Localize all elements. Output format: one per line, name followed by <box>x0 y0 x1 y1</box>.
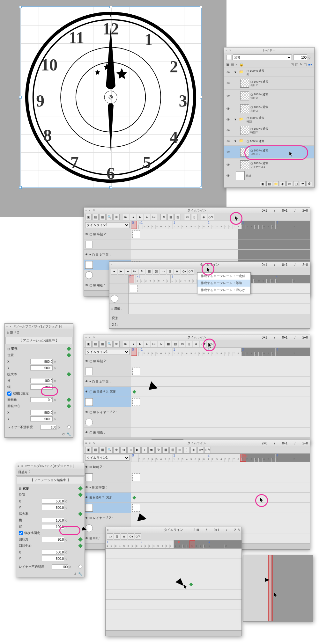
loop-icon[interactable]: ↻ <box>158 341 164 347</box>
prev-icon[interactable]: ◂ <box>127 447 134 453</box>
eye-icon[interactable]: 👁 <box>226 107 231 111</box>
diamond-icon[interactable] <box>67 425 71 429</box>
popup-item-uniform[interactable]: 作成するキーフレーム：等速 <box>197 280 250 287</box>
zoom-icon[interactable]: 🔍 <box>106 447 113 453</box>
eye-icon[interactable]: 👁 <box>226 163 231 167</box>
track-label[interactable]: 時刻 2 : <box>97 232 108 237</box>
keyframe-add-icon[interactable]: ◈ <box>193 341 199 347</box>
keyframe-type-icon[interactable]: ◇▾ <box>181 268 187 274</box>
tl-icon[interactable]: ▯ <box>183 447 190 453</box>
last-icon[interactable]: ⏭ <box>148 447 155 453</box>
kf-icon[interactable]: ◇✎ <box>135 533 141 540</box>
loop-icon[interactable]: ↻ <box>160 214 167 220</box>
tl-icon[interactable]: ▭ <box>179 341 185 347</box>
canvas-area[interactable]: 12 1 2 3 4 5 6 7 8 9 10 11 <box>20 6 202 188</box>
keyframe-tool-icon[interactable]: ◈ <box>201 214 207 220</box>
x-input[interactable] <box>30 359 53 364</box>
selection-handle[interactable] <box>19 186 22 189</box>
popup-item-const[interactable]: 作成するキーフレーム：一定値 <box>197 273 250 280</box>
kf-icon[interactable]: ◇▾ <box>197 447 204 453</box>
tl-icon[interactable]: ▭ <box>107 533 113 540</box>
keyframe-enable-icon[interactable]: ◇✎ <box>208 214 214 220</box>
rotation-input[interactable] <box>30 397 53 402</box>
new-folder-icon[interactable]: 📁 <box>273 181 279 186</box>
kf-icon[interactable]: ◈ <box>190 447 197 453</box>
tl-icon[interactable]: ▦ <box>99 447 106 453</box>
tl-tool-icon[interactable]: ▦ <box>99 214 106 220</box>
lock-aspect-checkbox[interactable] <box>7 392 11 396</box>
layer-row[interactable]: 👁▾📁▢ 100 % 通常針 <box>224 68 314 77</box>
tl-tool-icon[interactable]: ▤ <box>92 214 99 220</box>
tl-icon[interactable]: ▣ <box>85 341 92 347</box>
layer-row[interactable]: 👁▢ 100 % 通常長針 2 <box>224 77 314 89</box>
tl-icon[interactable]: ▦ <box>165 341 171 347</box>
y-input[interactable] <box>30 365 53 370</box>
tool-icon[interactable]: 🔒 <box>239 62 244 67</box>
tool-icon[interactable]: ⌆ <box>235 62 238 67</box>
reset-icon[interactable]: ↺ <box>62 432 65 436</box>
scale-w-input[interactable] <box>42 518 64 523</box>
first-icon[interactable]: ⏮ <box>120 447 127 453</box>
tl-icon[interactable]: ▯ <box>114 533 120 540</box>
tool-icon[interactable]: ▢ <box>304 62 307 67</box>
tl-icon[interactable]: ▧ <box>169 447 176 453</box>
cx-input[interactable] <box>30 410 53 415</box>
track-label[interactable]: 用紙 : <box>97 430 105 435</box>
selection-handle[interactable] <box>200 6 202 8</box>
track-label[interactable]: レイヤー 2 2 : <box>93 516 113 520</box>
track-label[interactable]: 用紙 : <box>97 283 105 288</box>
scale-h-input[interactable] <box>30 384 53 390</box>
color-swatch[interactable] <box>226 55 231 60</box>
tool-icon[interactable]: ◫ <box>295 62 298 67</box>
scale-h-input[interactable] <box>42 524 64 529</box>
eye-icon[interactable]: 👁 <box>85 232 88 236</box>
cel-thumb[interactable] <box>85 241 93 248</box>
tl-icon[interactable]: ▯ <box>167 268 173 274</box>
selection-handle[interactable] <box>109 186 112 189</box>
track-label[interactable]: 時刻 2 : <box>93 465 104 469</box>
keyframe-add-icon[interactable]: ◈ <box>174 268 180 274</box>
tl-icon[interactable]: ▤ <box>92 341 99 347</box>
last-frame-icon[interactable]: ⏭ <box>151 214 157 220</box>
wrench-icon[interactable]: 🔧 <box>78 572 83 576</box>
tl-icon[interactable]: ▭ <box>160 268 166 274</box>
tool-icon[interactable]: ✎ <box>300 62 302 67</box>
selection-handle[interactable] <box>200 186 202 189</box>
cel-thumb[interactable] <box>111 295 118 303</box>
layer-row[interactable]: 👁▢ 100 % 通常レイヤー 2 2 <box>224 158 314 171</box>
tl-icon[interactable]: ▣ <box>85 447 92 453</box>
color-icon[interactable]: ■▾ <box>308 62 312 67</box>
blend-mode-select[interactable]: 通常 <box>233 55 292 60</box>
tl-tool-icon[interactable]: ▭ <box>184 214 190 220</box>
popup-item-smooth[interactable]: 作成するキーフレーム：滑らか <box>197 287 250 294</box>
keyframe-marker[interactable] <box>132 390 136 393</box>
next-icon[interactable]: ▸ <box>141 447 148 453</box>
tl-tool-icon[interactable]: ▧ <box>174 214 181 220</box>
last-icon[interactable]: ⏭ <box>151 341 157 347</box>
cel-thumb[interactable] <box>85 271 93 279</box>
loop-icon[interactable]: ↻ <box>155 447 162 453</box>
track-label[interactable]: 文字盤 : <box>99 379 111 384</box>
lock-aspect-checkbox[interactable] <box>19 531 23 535</box>
layer-row[interactable]: 👁▢ 100 % 通常短針 2 <box>224 89 314 102</box>
first-icon[interactable]: ⏮ <box>123 341 129 347</box>
layers-titlebar[interactable]: ≡ × レイヤー <box>224 48 314 53</box>
layer-opacity-input[interactable] <box>41 425 56 430</box>
selection-handle[interactable] <box>19 96 22 99</box>
last-icon[interactable]: ⏭ <box>132 268 138 274</box>
layer-row[interactable]: 👁▾📁▢ 100 % 通常時刻 <box>224 115 314 124</box>
cel-thumb[interactable] <box>85 398 93 406</box>
diamond-icon[interactable] <box>67 347 71 351</box>
tl-icon[interactable]: ▦ <box>99 341 106 347</box>
next-icon[interactable]: ▸ <box>125 268 131 274</box>
track-label[interactable]: 目盛り 2 : 変形 <box>93 495 112 500</box>
tool-icon[interactable]: ▣ <box>226 62 229 67</box>
tool-icon[interactable]: ◐ <box>280 181 286 186</box>
timeline-name-select[interactable]: タイムライン1 <box>85 222 130 228</box>
prev-icon[interactable]: ◂ <box>130 341 136 347</box>
layer-row[interactable]: 👁用紙 <box>224 171 314 180</box>
next-icon[interactable]: ▸ <box>144 341 150 347</box>
tl-tool-icon[interactable]: ⊕ <box>113 214 120 220</box>
panel-menu-icon[interactable]: ≡ × <box>226 48 232 53</box>
tool-icon[interactable]: ▭ <box>286 181 292 186</box>
